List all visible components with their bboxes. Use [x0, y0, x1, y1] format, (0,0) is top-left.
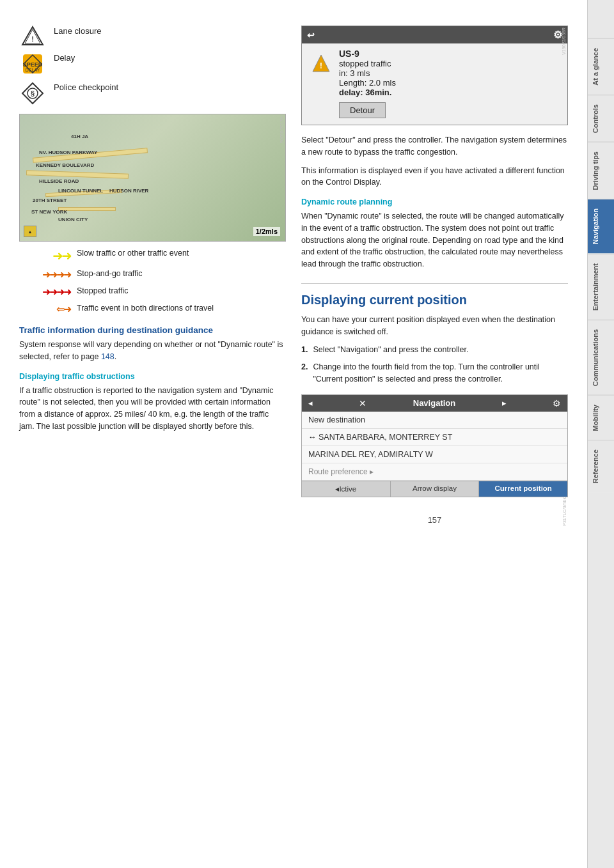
nav-forward-icon: ▸	[502, 398, 507, 408]
traffic-section-title: Traffic information during destination g…	[19, 325, 286, 335]
page-number: 157	[301, 515, 568, 525]
dynamic-route-body: When "Dynamic route" is selected, the ro…	[301, 210, 568, 270]
detour-box: ↩ ⚙ ! US-9 stopped traffic in: 3 mls Len…	[301, 26, 568, 125]
stopped-traffic-icon: ➜➜➜➜	[19, 286, 70, 298]
delay-icon: SPEED DELAY	[19, 52, 46, 75]
police-checkpoint-label: Police checkpoint	[54, 82, 118, 93]
step-1-text: Select "Navigation" and press the contro…	[313, 344, 468, 356]
police-checkpoint-row: § Police checkpoint	[19, 82, 286, 105]
map-watermark: S0050/2013/h	[278, 114, 285, 145]
stop-go-icon: ➜➜➜➜	[19, 268, 70, 281]
page-link[interactable]: 148	[101, 352, 114, 361]
nav-menu-header: ◂ ✕ Navigation ▸ ⚙	[302, 395, 567, 412]
stop-go-label: Stop-and-go traffic	[77, 268, 143, 280]
displaying-obstructions-body: If a traffic obstruction is reported to …	[19, 385, 286, 433]
nav-watermark: P31TLC/3/hbk	[561, 496, 568, 527]
step-2-text: Change into the fourth field from the to…	[313, 361, 568, 385]
sidebar-tab-mobility[interactable]: Mobility	[588, 395, 614, 440]
nav-footer-current-position[interactable]: Current position	[479, 481, 567, 497]
detour-info-line-2: in: 3 mls	[339, 68, 560, 78]
svg-text:!: !	[320, 61, 322, 70]
nav-footer-active[interactable]: ◂Ictive	[302, 481, 391, 497]
navigation-menu-box: ◂ ✕ Navigation ▸ ⚙ New destination ↔ SAN…	[301, 394, 568, 497]
nav-back-icon: ◂	[308, 398, 313, 408]
nav-title: Navigation	[413, 398, 455, 408]
nav-route-preference[interactable]: Route preference ▸	[302, 463, 567, 481]
both-directions-row: ⇐➜ Traffic event in both directions of t…	[19, 303, 286, 315]
dynamic-route-title: Dynamic route planning	[301, 198, 568, 206]
delay-label: Delay	[54, 52, 75, 64]
nav-settings-icon: ⚙	[553, 398, 561, 408]
map-scale: 1/2mls	[253, 227, 280, 236]
both-directions-icon: ⇐➜	[19, 303, 70, 315]
current-position-intro: You can have your current position displ…	[301, 314, 568, 338]
nav-recent-1[interactable]: ↔ SANTA BARBARA, MONTERREY ST	[302, 429, 567, 446]
sidebar-tab-at-a-glance[interactable]: At a glance	[588, 38, 614, 95]
slow-traffic-row: ➜➜ Slow traffic or other traffic event	[19, 248, 286, 263]
svg-text:DELAY: DELAY	[26, 68, 40, 72]
map-image: NV. HUDSON PARKWAY 41H JA KENNEDY BOULEV…	[19, 114, 286, 242]
step-1-num: 1.	[301, 344, 308, 356]
sidebar-tab-controls[interactable]: Controls	[588, 95, 614, 142]
svg-text:!: !	[31, 35, 34, 43]
traffic-section-body: System response will vary depending on w…	[19, 339, 286, 363]
displaying-obstructions-title: Displaying traffic obstructions	[19, 372, 286, 381]
nav-close-icon: ✕	[359, 398, 366, 408]
sidebar-tab-reference[interactable]: Reference	[588, 440, 614, 492]
step-2-num: 2.	[301, 361, 308, 385]
lane-closure-row: ! Lane closure	[19, 26, 286, 46]
detour-info-line-4: delay: 36min.	[339, 88, 560, 97]
svg-text:§: §	[31, 89, 35, 97]
sidebar-tab-entertainment[interactable]: Entertainment	[588, 254, 614, 320]
lane-closure-label: Lane closure	[54, 26, 101, 37]
slow-traffic-icon: ➜➜	[19, 248, 70, 263]
police-icon: §	[19, 82, 46, 105]
sidebar: At a glance Controls Driving tips Naviga…	[587, 0, 614, 868]
detour-info-line-3: Length: 2.0 mls	[339, 78, 560, 88]
route-name: US-9	[339, 49, 560, 59]
sidebar-tab-driving-tips[interactable]: Driving tips	[588, 142, 614, 199]
right-column: ↩ ⚙ ! US-9 stopped traffic in: 3 mls Len…	[301, 26, 568, 842]
current-position-heading: Displaying current position	[301, 283, 568, 307]
detour-button[interactable]: Detour	[339, 102, 386, 118]
select-detour-text: Select "Detour" and press the controller…	[301, 134, 568, 159]
info-display-text: This information is displayed even if yo…	[301, 165, 568, 189]
delay-row: SPEED DELAY Delay	[19, 52, 286, 75]
step-1: 1. Select "Navigation" and press the con…	[301, 344, 568, 356]
nav-new-destination[interactable]: New destination	[302, 412, 567, 429]
left-column: ! Lane closure SPEED DELAY Delay	[19, 26, 286, 842]
detour-info-line-1: stopped traffic	[339, 59, 560, 68]
box-watermark: V19022/038R	[560, 26, 567, 56]
slow-traffic-label: Slow traffic or other traffic event	[77, 248, 189, 260]
back-arrow-icon: ↩	[307, 30, 315, 40]
nav-footer-arrow-display[interactable]: Arrow display	[391, 481, 480, 497]
detour-text-block: US-9 stopped traffic in: 3 mls Length: 2…	[339, 49, 560, 118]
main-content: ! Lane closure SPEED DELAY Delay	[0, 0, 587, 868]
stop-go-traffic-row: ➜➜➜➜ Stop-and-go traffic	[19, 268, 286, 281]
stopped-traffic-label: Stopped traffic	[77, 286, 128, 297]
step-2: 2. Change into the fourth field from the…	[301, 361, 568, 385]
stopped-traffic-row: ➜➜➜➜ Stopped traffic	[19, 286, 286, 298]
detour-box-header: ↩ ⚙	[302, 26, 567, 43]
lane-closure-icon: !	[19, 26, 46, 46]
sidebar-tab-communications[interactable]: Communications	[588, 320, 614, 395]
nav-menu-footer: ◂Ictive Arrow display Current position	[302, 481, 567, 497]
both-directions-label: Traffic event in both directions of trav…	[77, 303, 214, 314]
sidebar-tab-navigation[interactable]: Navigation	[588, 199, 614, 253]
svg-text:SPEED: SPEED	[23, 61, 43, 68]
nav-recent-2[interactable]: MARINA DEL REY, ADMIRALTY W	[302, 446, 567, 463]
traffic-obstruction-icon: !	[311, 54, 331, 73]
